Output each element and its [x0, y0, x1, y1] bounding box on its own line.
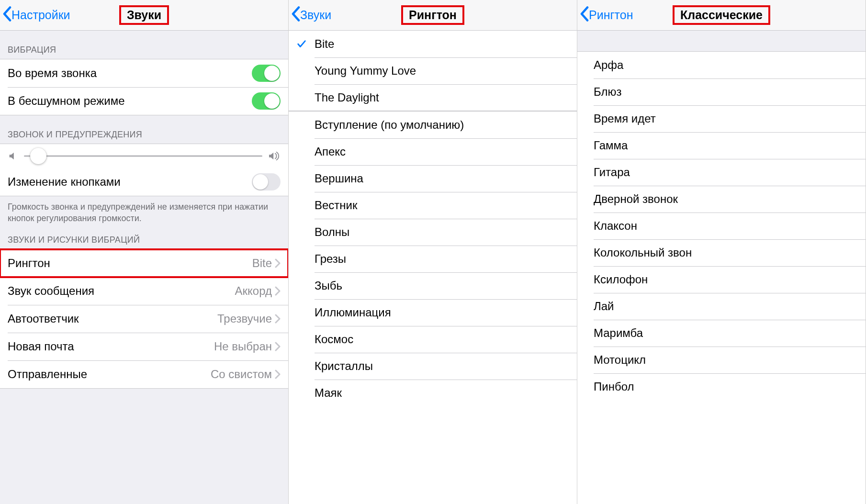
slider-thumb[interactable] — [30, 148, 46, 164]
chevron-right-icon — [275, 342, 281, 351]
label: Автоответчик — [8, 312, 217, 325]
volume-low-icon — [8, 151, 18, 161]
toggle-change-with-buttons[interactable] — [252, 173, 281, 190]
classic-item[interactable]: Лай — [577, 293, 866, 320]
row-change-with-buttons[interactable]: Изменение кнопками — [0, 168, 288, 196]
chevron-right-icon — [275, 370, 281, 379]
classic-item-label: Дверной звонок — [594, 192, 678, 206]
panel-ringtone: Звуки Рингтон BiteYoung Yummy LoveThe Da… — [289, 0, 577, 504]
back-label: Рингтон — [589, 8, 633, 22]
ringtone-item-label: Волны — [315, 225, 349, 239]
back-button[interactable]: Настройки — [0, 0, 70, 30]
row-text-tone[interactable]: Звук сообщения Аккорд — [0, 277, 288, 305]
section-header-ringer: ЗВОНОК И ПРЕДУПРЕЖДЕНИЯ — [0, 115, 288, 144]
ringtone-item-label: Маяк — [315, 386, 342, 400]
classic-item[interactable]: Ксилофон — [577, 266, 866, 293]
navbar: Звуки Рингтон — [289, 0, 577, 31]
chevron-left-icon — [580, 6, 589, 24]
row-new-mail[interactable]: Новая почта Не выбран — [0, 333, 288, 360]
ringtone-item[interactable]: Маяк — [289, 380, 577, 406]
ringtone-item[interactable]: Волны — [289, 219, 577, 246]
classic-item-label: Блюз — [594, 85, 622, 99]
ringtone-item[interactable]: Космос — [289, 326, 577, 353]
ringtone-item-label: Грезы — [315, 252, 346, 266]
classic-item-label: Колокольный звон — [594, 246, 692, 259]
classic-item-label: Гитара — [594, 166, 630, 179]
label: Изменение кнопками — [8, 175, 252, 189]
footer-change-with-buttons: Громкость звонка и предупреждений не изм… — [0, 196, 288, 228]
ringtone-item[interactable]: Кристаллы — [289, 353, 577, 380]
ringtone-item-label: Кристаллы — [315, 359, 373, 373]
classic-item[interactable]: Клаксон — [577, 213, 866, 239]
toggle-vibrate-on-silent[interactable] — [252, 92, 281, 110]
classic-item[interactable]: Арфа — [577, 52, 866, 78]
ringtone-item-label: Вестник — [315, 199, 358, 212]
value: Со свистом — [211, 368, 272, 381]
ringtone-item[interactable]: Иллюминация — [289, 299, 577, 326]
value: Аккорд — [235, 284, 272, 298]
row-volume-slider[interactable] — [0, 144, 288, 168]
classic-item-label: Ксилофон — [594, 273, 648, 286]
ringtone-item-label: Апекс — [315, 145, 346, 158]
ringtone-item-label: The Daylight — [315, 91, 379, 104]
classic-item[interactable]: Дверной звонок — [577, 186, 866, 213]
ringtone-item-label: Вступление (по умолчанию) — [315, 118, 464, 132]
classic-item[interactable]: Гамма — [577, 132, 866, 159]
label: В бесшумном режиме — [8, 94, 252, 108]
row-sent-mail[interactable]: Отправленные Со свистом — [0, 360, 288, 388]
label: Новая почта — [8, 340, 214, 353]
row-vibrate-on-silent[interactable]: В бесшумном режиме — [0, 87, 288, 115]
ringtone-item[interactable]: Апекс — [289, 138, 577, 165]
ringtone-item[interactable]: Bite — [289, 31, 577, 57]
section-header-vibration: ВИБРАЦИЯ — [0, 31, 288, 59]
classic-item[interactable]: Маримба — [577, 320, 866, 347]
classic-item[interactable]: Колокольный звон — [577, 239, 866, 266]
classic-item-label: Мотоцикл — [594, 353, 646, 367]
classic-item[interactable]: Блюз — [577, 78, 866, 105]
classic-item[interactable]: Гитара — [577, 159, 866, 186]
classic-item[interactable]: Мотоцикл — [577, 347, 866, 373]
classic-item-label: Маримба — [594, 326, 643, 340]
volume-high-icon — [268, 151, 281, 161]
classic-item[interactable]: Время идет — [577, 105, 866, 132]
ringtone-item[interactable]: Грезы — [289, 246, 577, 272]
list-top-spacer — [577, 31, 866, 52]
classic-item-label: Арфа — [594, 58, 623, 72]
ringtone-item-label: Космос — [315, 333, 353, 346]
ringtone-item-label: Вершина — [315, 172, 363, 185]
classic-item-label: Клаксон — [594, 219, 637, 233]
ringtone-item[interactable]: Вестник — [289, 192, 577, 219]
volume-slider[interactable] — [24, 149, 262, 163]
ringtone-item[interactable]: The Daylight — [289, 84, 577, 111]
chevron-right-icon — [275, 314, 281, 324]
section-header-sounds: ЗВУКИ И РИСУНКИ ВИБРАЦИЙ — [0, 228, 288, 249]
classic-item-label: Гамма — [594, 139, 628, 152]
group-ringer: Изменение кнопками — [0, 144, 288, 196]
ringtone-item[interactable]: Вступление (по умолчанию) — [289, 112, 577, 138]
chevron-right-icon — [275, 286, 281, 296]
ringtone-item[interactable]: Вершина — [289, 165, 577, 192]
row-ringtone[interactable]: Рингтон Bite — [0, 249, 288, 277]
nav-title: Звуки — [119, 5, 169, 25]
ringtone-item-label: Иллюминация — [315, 306, 391, 319]
toggle-vibrate-on-ring[interactable] — [252, 65, 281, 82]
row-voicemail[interactable]: Автоответчик Трезвучие — [0, 305, 288, 333]
ringtone-item[interactable]: Зыбь — [289, 272, 577, 299]
label: Отправленные — [8, 368, 211, 381]
checkmark-icon — [296, 39, 307, 49]
classic-item-label: Лай — [594, 300, 614, 313]
chevron-left-icon — [292, 6, 300, 24]
label: Во время звонка — [8, 67, 252, 80]
navbar: Рингтон Классические — [577, 0, 866, 31]
back-button[interactable]: Рингтон — [577, 0, 633, 30]
nav-title: Рингтон — [401, 5, 464, 25]
ringtone-item-label: Bite — [315, 37, 334, 51]
back-button[interactable]: Звуки — [289, 0, 331, 30]
classic-item-label: Время идет — [594, 112, 656, 125]
ringtone-item[interactable]: Young Yummy Love — [289, 57, 577, 84]
chevron-right-icon — [275, 258, 281, 268]
group-vibration: Во время звонка В бесшумном режиме — [0, 59, 288, 115]
group-sound-patterns: Рингтон Bite Звук сообщения Аккорд Автоо… — [0, 249, 288, 389]
row-vibrate-on-ring[interactable]: Во время звонка — [0, 59, 288, 87]
classic-item[interactable]: Пинбол — [577, 373, 866, 400]
